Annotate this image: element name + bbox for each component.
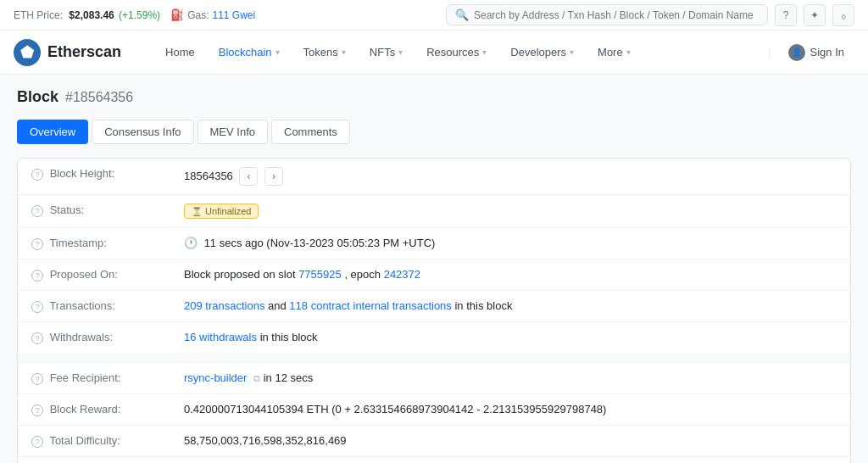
- epoch-prefix: , epoch: [344, 268, 383, 281]
- fee-recipient-label: Fee Recipient:: [50, 371, 121, 384]
- topbar-left: ETH Price: $2,083.46 (+1.59%) ⛽ Gas: 111…: [14, 8, 255, 21]
- nav-item-home[interactable]: Home: [155, 41, 205, 64]
- timestamp-help-icon[interactable]: ?: [31, 238, 43, 250]
- block-height-label: Block Height:: [50, 167, 115, 180]
- transactions-value-cell: 209 transactions and 118 contract intern…: [170, 291, 850, 322]
- withdrawals-help-icon[interactable]: ?: [31, 332, 43, 344]
- fee-recipient-label-cell: ? Fee Recipient:: [18, 362, 170, 393]
- page-title: Block: [17, 88, 58, 106]
- topbar: ETH Price: $2,083.46 (+1.59%) ⛽ Gas: 111…: [0, 0, 868, 31]
- slot-link[interactable]: 7755925: [298, 268, 342, 281]
- block-reward-help-icon[interactable]: ?: [31, 404, 43, 416]
- gas-value: 111 Gwei: [212, 9, 255, 21]
- resources-chevron-icon: ▾: [482, 47, 487, 57]
- block-info-card: ? Block Height: 18564356 ‹ › ? Status:: [17, 158, 851, 463]
- nav-links: Home Blockchain ▾ Tokens ▾ NFTs ▾ Resour…: [155, 41, 768, 64]
- row-proposed-on: ? Proposed On: Block proposed on slot 77…: [18, 259, 850, 291]
- withdrawals-link[interactable]: 16 withdrawals: [184, 331, 257, 343]
- proposed-on-value-cell: Block proposed on slot 7755925 , epoch 2…: [170, 259, 850, 291]
- proposed-on-label: Proposed On:: [50, 268, 118, 281]
- row-timestamp: ? Timestamp: 🕐 11 secs ago (Nov-13-2023 …: [18, 228, 850, 259]
- row-total-difficulty: ? Total Difficulty: 58,750,003,716,598,3…: [18, 425, 850, 456]
- copy-icon[interactable]: ⧉: [253, 373, 260, 383]
- block-reward-label: Block Reward:: [50, 403, 121, 416]
- block-height-label-cell: ? Block Height:: [18, 159, 170, 195]
- txn-count-link[interactable]: 209 transactions: [184, 299, 264, 312]
- block-reward-label-cell: ? Block Reward:: [18, 393, 170, 425]
- row-block-height: ? Block Height: 18564356 ‹ ›: [18, 159, 850, 195]
- status-label: Status:: [50, 204, 84, 216]
- fee-recipient-link[interactable]: rsync-builder: [184, 371, 247, 384]
- withdrawals-label: Withdrawals:: [50, 331, 113, 343]
- size-value-cell: 87,757 bytes: [170, 456, 850, 463]
- user-circle-icon: 👤: [788, 44, 805, 61]
- transactions-help-icon[interactable]: ?: [31, 301, 43, 313]
- proposed-on-help-icon[interactable]: ?: [31, 270, 43, 282]
- withdrawals-value-cell: 16 withdrawals in this block: [170, 322, 850, 356]
- tab-overview[interactable]: Overview: [17, 120, 88, 144]
- fee-recipient-suffix: in 12 secs: [264, 371, 314, 384]
- tab-bar: Overview Consensus Info MEV Info Comment…: [17, 120, 851, 144]
- search-bar[interactable]: 🔍: [446, 4, 768, 25]
- brand-logo-icon: ⬟: [14, 39, 41, 66]
- nav-item-nfts[interactable]: NFTs ▾: [359, 41, 413, 64]
- brand-logo-link[interactable]: ⬟ Etherscan: [14, 39, 121, 66]
- search-input[interactable]: [474, 9, 759, 21]
- tokens-chevron-icon: ▾: [342, 47, 346, 57]
- clock-icon: 🕐: [184, 237, 198, 249]
- theme-toggle-button[interactable]: ✦: [804, 4, 826, 26]
- signin-button[interactable]: 👤 Sign In: [778, 39, 854, 66]
- total-difficulty-value: 58,750,003,716,598,352,816,469: [184, 434, 347, 447]
- epoch-link[interactable]: 242372: [384, 268, 420, 281]
- nav-item-blockchain[interactable]: Blockchain ▾: [209, 41, 290, 64]
- eth-price-value: $2,083.46: [69, 9, 114, 21]
- gas-info: ⛽ Gas: 111 Gwei: [170, 8, 255, 21]
- block-height-value-cell: 18564356 ‹ ›: [170, 159, 850, 195]
- keyboard-shortcut-button[interactable]: ?: [775, 4, 797, 26]
- proposed-on-label-cell: ? Proposed On:: [18, 259, 170, 291]
- block-height-value: 18564356: [184, 170, 233, 182]
- status-value-cell: Unfinalized: [170, 195, 850, 228]
- withdrawals-label-cell: ? Withdrawals:: [18, 322, 170, 356]
- nav-item-more[interactable]: More ▾: [587, 41, 641, 64]
- section-divider-row: [18, 355, 850, 362]
- nav-item-tokens[interactable]: Tokens ▾: [293, 41, 356, 64]
- topbar-right: 🔍 ? ✦ ⬨: [446, 4, 854, 26]
- txn-suffix: in this block: [454, 299, 512, 312]
- tab-consensus-info[interactable]: Consensus Info: [92, 120, 193, 144]
- eth-logo-button[interactable]: ⬨: [832, 4, 854, 26]
- timestamp-label-cell: ? Timestamp:: [18, 228, 170, 259]
- brand-name: Etherscan: [47, 43, 121, 61]
- block-reward-value: 0.420000713044105394 ETH (0 + 2.63315466…: [184, 403, 606, 416]
- eth-price-label: ETH Price:: [14, 9, 63, 21]
- total-difficulty-label: Total Difficulty:: [49, 434, 120, 447]
- tab-mev-info[interactable]: MEV Info: [198, 120, 268, 144]
- topbar-icons: ? ✦ ⬨: [775, 4, 854, 26]
- row-status: ? Status: Unfinalized: [18, 195, 850, 228]
- signin-label: Sign In: [810, 46, 844, 59]
- page-content: Block #18564356 Overview Consensus Info …: [0, 75, 868, 463]
- nav-item-developers[interactable]: Developers ▾: [500, 41, 584, 64]
- prev-block-button[interactable]: ‹: [239, 167, 258, 186]
- row-fee-recipient: ? Fee Recipient: rsync-builder ⧉ in 12 s…: [18, 362, 850, 393]
- fee-recipient-help-icon[interactable]: ?: [31, 373, 43, 385]
- eth-price-change: (+1.59%): [119, 9, 160, 21]
- nav-item-resources[interactable]: Resources ▾: [416, 41, 497, 64]
- developers-chevron-icon: ▾: [570, 47, 574, 57]
- tab-comments[interactable]: Comments: [271, 120, 350, 144]
- total-difficulty-help-icon[interactable]: ?: [31, 436, 43, 448]
- status-help-icon[interactable]: ?: [31, 205, 43, 217]
- page-title-area: Block #18564356: [17, 88, 851, 106]
- blockchain-chevron-icon: ▾: [275, 47, 280, 57]
- transactions-label-cell: ? Transactions:: [18, 291, 170, 322]
- next-block-button[interactable]: ›: [264, 167, 283, 186]
- timestamp-label: Timestamp:: [49, 237, 106, 249]
- internal-txn-link[interactable]: 118 contract internal transactions: [289, 299, 452, 312]
- block-reward-value-cell: 0.420000713044105394 ETH (0 + 2.63315466…: [170, 393, 850, 425]
- transactions-label: Transactions:: [49, 299, 115, 312]
- status-label-cell: ? Status:: [18, 195, 170, 228]
- size-label-cell: ? Size:: [18, 456, 170, 463]
- block-height-help-icon[interactable]: ?: [31, 169, 43, 181]
- row-size: ? Size: 87,757 bytes: [18, 456, 850, 463]
- row-transactions: ? Transactions: 209 transactions and 118…: [18, 291, 850, 322]
